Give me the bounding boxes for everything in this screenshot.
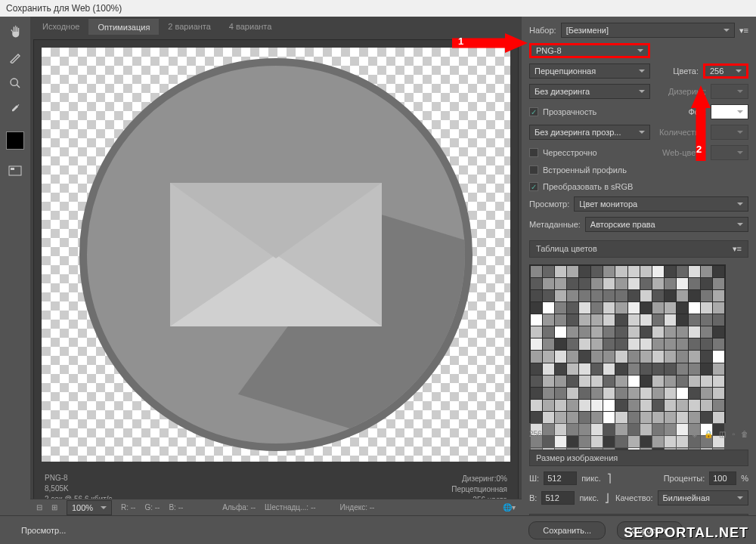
panel-menu-icon[interactable]: ▾≡: [739, 26, 748, 36]
hand-tool[interactable]: [6, 23, 24, 41]
transparency-grid: [42, 48, 510, 462]
tab-2up[interactable]: 2 варианта: [159, 19, 220, 34]
quality-label: Качество:: [615, 493, 653, 502]
quality-dropdown[interactable]: Билинейная: [658, 490, 748, 505]
preset-dropdown[interactable]: [Безимени]: [561, 23, 735, 38]
lock-icon[interactable]: 🔒: [704, 430, 713, 438]
preview-label: Просмотр:: [529, 199, 569, 209]
format-dropdown[interactable]: PNG-8: [529, 43, 650, 58]
save-button[interactable]: Сохранить...: [528, 521, 606, 539]
height-label: В:: [529, 493, 537, 502]
zoom-dropdown[interactable]: 100%: [67, 500, 112, 515]
svg-rect-1: [9, 166, 21, 175]
snap-web-icon[interactable]: ◈: [692, 430, 698, 438]
preview-image-envelope-icon: [79, 58, 472, 451]
callout-2: 2: [691, 85, 711, 161]
width-label: Ш:: [529, 474, 539, 483]
percent-input[interactable]: [709, 471, 736, 485]
dither-dropdown[interactable]: Без дизеринга: [529, 84, 650, 99]
foreground-color[interactable]: [6, 131, 24, 150]
slice-tool[interactable]: [6, 48, 24, 66]
colors-dropdown[interactable]: 256: [703, 63, 748, 79]
svg-rect-2: [11, 168, 14, 170]
map-transparent-icon[interactable]: ◫: [719, 430, 726, 438]
matte-dropdown[interactable]: [711, 104, 748, 119]
embed-profile-checkbox[interactable]: Встроенный профиль: [529, 165, 627, 175]
convert-srgb-checkbox[interactable]: ✓Преобразовать в sRGB: [529, 182, 633, 191]
tab-source[interactable]: Исходное: [33, 19, 88, 34]
preview-button[interactable]: Просмотр...: [8, 522, 79, 539]
preview-tabs: Исходное Оптимизация 2 варианта 4 вариан…: [30, 17, 522, 36]
width-input[interactable]: [544, 471, 577, 485]
callout-1: 1: [452, 33, 528, 53]
percent-label: Проценты:: [664, 474, 705, 483]
reduction-dropdown[interactable]: Перцепционная: [529, 63, 650, 79]
metadata-dropdown[interactable]: Авторские права: [585, 217, 748, 232]
tab-optimize[interactable]: Оптимизация: [88, 19, 159, 35]
metadata-label: Метаданные:: [529, 220, 581, 229]
websnap: [711, 145, 748, 160]
tab-4up[interactable]: 4 варианта: [220, 19, 281, 34]
slice-visibility[interactable]: [6, 162, 24, 180]
left-toolbar: [0, 17, 30, 515]
browser-dropdown-icon[interactable]: 🌐▾: [503, 503, 516, 512]
canvas-area[interactable]: PNG-8 8,505K 2 сек @ 56,6 кбит/с ▾ Дизер…: [33, 39, 519, 512]
color-table-header: Таблица цветов▾≡: [529, 240, 748, 258]
colors-label: Цвета:: [673, 66, 699, 76]
toggle-slice-icon[interactable]: ⊟: [36, 503, 42, 512]
eyedropper-tool[interactable]: [6, 100, 24, 118]
image-size-header: Размер изображения: [529, 450, 748, 466]
dither-amt: [711, 84, 748, 99]
preview-dropdown[interactable]: Цвет монитора: [574, 196, 748, 212]
color-table[interactable]: [529, 264, 726, 423]
preset-label: Набор:: [529, 26, 556, 35]
zoom-tool[interactable]: [6, 74, 24, 92]
delete-icon[interactable]: 🗑: [741, 430, 748, 438]
svg-point-0: [11, 79, 17, 85]
trans-dither-dropdown[interactable]: Без дизеринга прозр...: [529, 125, 650, 140]
status-bar: ⊟ ⊞ 100% R: -- G: -- B: -- Альфа: -- Шес…: [30, 499, 522, 515]
height-input[interactable]: [541, 491, 575, 505]
color-count: 256: [529, 430, 542, 438]
new-color-icon[interactable]: ▫: [732, 430, 735, 438]
color-table-menu-icon[interactable]: ▾≡: [733, 244, 742, 254]
toggle-slice-icon-2[interactable]: ⊞: [51, 503, 57, 512]
settings-panel: Набор: [Безимени] ▾≡ PNG-8 Перцепционная…: [522, 17, 756, 515]
interlaced-checkbox[interactable]: Чересстрочно: [529, 148, 597, 157]
watermark: SEOPORTAL.NET: [624, 525, 748, 541]
transparency-checkbox[interactable]: ✓Прозрачность: [529, 107, 596, 116]
trans-amt: [711, 125, 748, 140]
window-titlebar: Сохранить для Web (100%): [0, 0, 756, 17]
